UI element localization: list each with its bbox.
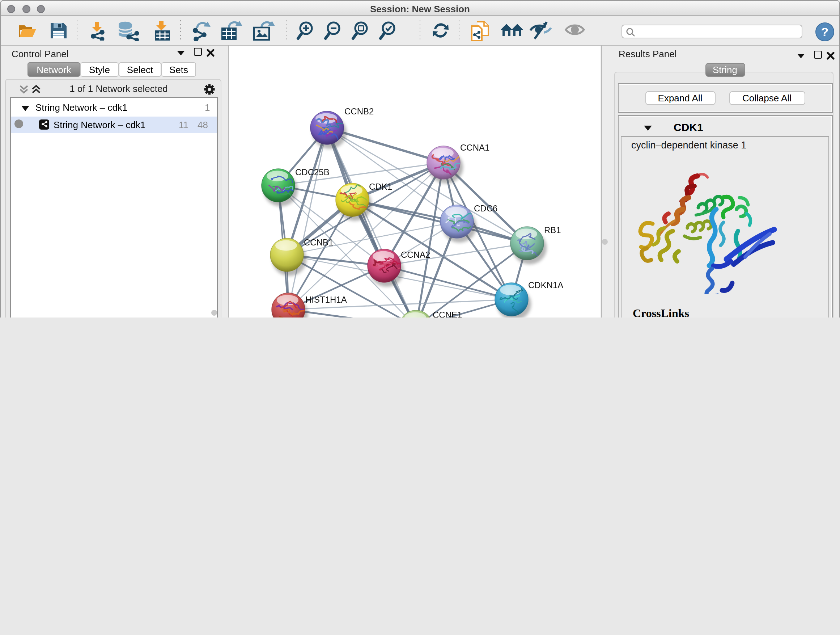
svg-text:CCNB2: CCNB2 (344, 106, 374, 116)
svg-text:RB1: RB1 (544, 225, 561, 235)
svg-text:CCNA1: CCNA1 (460, 143, 489, 152)
svg-text:CDC6: CDC6 (474, 203, 497, 213)
svg-text:CDKN1A: CDKN1A (528, 280, 563, 290)
svg-text:CCNB1: CCNB1 (304, 238, 333, 247)
svg-text:CDK1: CDK1 (369, 182, 392, 192)
svg-text:CDC25B: CDC25B (295, 167, 330, 177)
svg-text:CCNE1: CCNE1 (433, 310, 462, 318)
svg-text:HIST1H1A: HIST1H1A (305, 295, 347, 304)
svg-text:CCNA2: CCNA2 (401, 250, 430, 260)
